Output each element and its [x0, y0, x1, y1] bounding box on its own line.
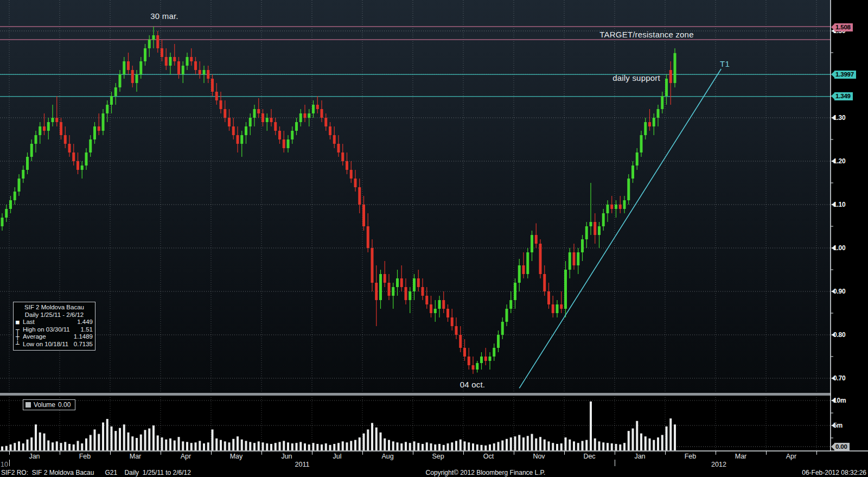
volume-last-badge: 0.00: [834, 443, 850, 451]
year-label: 2012: [711, 461, 726, 468]
chart-legend-box[interactable]: SIF 2 Moldova Bacau Daily 1/25/11 - 2/6/…: [13, 302, 95, 351]
status-datetime: 06-Feb-2012 08:32:26: [802, 469, 866, 476]
month-label: Jul: [333, 453, 342, 460]
month-label: Oct: [483, 453, 494, 460]
month-label: Feb: [79, 453, 91, 460]
month-label: Feb: [685, 453, 697, 460]
legend-subtitle: Daily 1/25/11 - 2/6/12: [16, 311, 93, 319]
candlestick-chart-canvas[interactable]: [0, 0, 868, 451]
year-label: 10: [1, 461, 8, 468]
month-label: Nov: [533, 453, 545, 460]
status-bar: SIF2 RO: SIF 2 Moldova Bacau G21 Daily 1…: [0, 469, 868, 477]
month-label: Dec: [583, 453, 595, 460]
level-price-badge: 1.3997: [834, 71, 856, 79]
volume-tick-label: 10m: [833, 397, 846, 405]
price-tick-label: 0.90: [833, 288, 846, 296]
annotation-t1-target: T1: [720, 59, 730, 68]
month-label: Apr: [181, 453, 191, 460]
legend-row-low: ┴ Low on 10/18/110.7135: [16, 341, 93, 348]
price-tick-label: 1.20: [833, 157, 846, 166]
bloomberg-chart-screen: 30 mar. TARGET/resistance zone daily sup…: [0, 0, 868, 477]
status-security-info: SIF2 RO: SIF 2 Moldova Bacau G21 Daily 1…: [1, 469, 191, 476]
high-marker-icon: ┬: [16, 326, 23, 334]
status-copyright: Copyright© 2012 Bloomberg Finance L.P.: [426, 469, 546, 476]
month-label: Jan: [29, 453, 40, 460]
annotation-target-zone: TARGET/resistance zone: [599, 30, 693, 39]
price-tick-label: 1.00: [833, 244, 846, 252]
legend-row-high: ┬ High on 03/30/111.51: [16, 326, 93, 334]
last-marker-icon: ■: [16, 319, 23, 326]
annotation-low-date: 04 oct.: [460, 380, 485, 389]
month-label: Mar: [735, 453, 747, 460]
month-label: Sep: [432, 453, 444, 460]
month-label: Aug: [381, 453, 393, 460]
volume-legend-box[interactable]: Volume 0.00: [23, 399, 75, 410]
level-price-badge: 1.508: [834, 23, 853, 31]
volume-legend-value: 0.00: [58, 401, 71, 409]
month-label: May: [230, 453, 243, 460]
price-tick-label: 1.10: [833, 201, 846, 209]
average-marker-icon: ┼: [16, 333, 23, 341]
legend-title: SIF 2 Moldova Bacau: [16, 304, 93, 311]
month-label: Apr: [786, 453, 796, 460]
volume-swatch-icon: [25, 402, 31, 408]
price-tick-label: 0.80: [833, 331, 846, 339]
volume-legend-label: Volume: [34, 401, 55, 409]
legend-row-average: ┼ Average1.1489: [16, 333, 93, 341]
year-label: 2011: [295, 461, 310, 468]
month-label: Mar: [130, 453, 142, 460]
level-price-badge: 1.349: [834, 92, 853, 100]
annotation-daily-support: daily support: [612, 73, 660, 82]
month-label: Jan: [634, 453, 645, 460]
legend-row-last: ■ Last1.449: [16, 319, 93, 326]
price-tick-label: 0.70: [833, 374, 846, 383]
price-tick-label: 1.30: [833, 114, 846, 122]
volume-tick-label: 5m: [833, 422, 843, 430]
month-label: Jun: [281, 453, 292, 460]
low-marker-icon: ┴: [16, 341, 23, 348]
annotation-peak-date: 30 mar.: [150, 11, 178, 21]
